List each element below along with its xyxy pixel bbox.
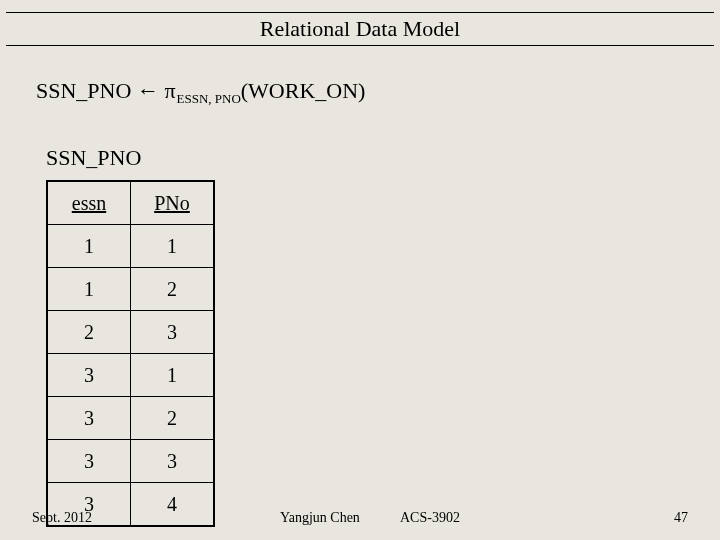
table-cell: 1 bbox=[47, 268, 131, 311]
table-cell: 2 bbox=[131, 397, 215, 440]
left-arrow-icon: ← bbox=[137, 78, 159, 103]
footer-date: Sept. 2012 bbox=[32, 510, 92, 526]
col-header-pno: PNo bbox=[131, 181, 215, 225]
table-cell: 1 bbox=[131, 354, 215, 397]
col-header-essn: essn bbox=[47, 181, 131, 225]
table-cell: 1 bbox=[131, 225, 215, 268]
expr-lhs: SSN_PNO bbox=[36, 78, 131, 103]
projection-expression: SSN_PNO ← πESSN, PNO(WORK_ON) bbox=[36, 78, 365, 107]
page-title: Relational Data Model bbox=[6, 12, 714, 46]
table-row: 23 bbox=[47, 311, 214, 354]
footer: Sept. 2012 Yangjun Chen ACS-3902 47 bbox=[0, 510, 720, 530]
expr-subscript: ESSN, PNO bbox=[176, 91, 240, 106]
relation-name: SSN_PNO bbox=[46, 145, 141, 171]
table-cell: 2 bbox=[47, 311, 131, 354]
expr-argument: (WORK_ON) bbox=[241, 78, 366, 103]
table-row: 33 bbox=[47, 440, 214, 483]
footer-author: Yangjun Chen bbox=[280, 510, 360, 526]
table-row: 31 bbox=[47, 354, 214, 397]
table-row: 11 bbox=[47, 225, 214, 268]
table-cell: 3 bbox=[47, 397, 131, 440]
table-cell: 3 bbox=[47, 440, 131, 483]
table-cell: 3 bbox=[131, 440, 215, 483]
table-row: 32 bbox=[47, 397, 214, 440]
table-cell: 2 bbox=[131, 268, 215, 311]
table-cell: 3 bbox=[47, 354, 131, 397]
result-table: essn PNo 11122331323334 bbox=[46, 180, 215, 527]
footer-page-number: 47 bbox=[674, 510, 688, 526]
table-cell: 3 bbox=[131, 311, 215, 354]
footer-course: ACS-3902 bbox=[400, 510, 460, 526]
table-row: 12 bbox=[47, 268, 214, 311]
pi-symbol: π bbox=[164, 78, 175, 103]
table-cell: 1 bbox=[47, 225, 131, 268]
table-header-row: essn PNo bbox=[47, 181, 214, 225]
